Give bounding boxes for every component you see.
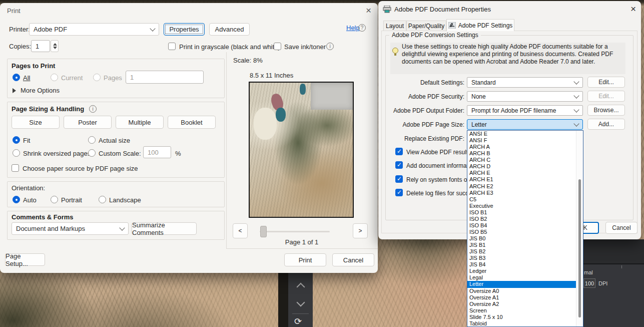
page-size-option[interactable]: ARCH E3 (467, 190, 583, 196)
chevron-down-icon[interactable] (297, 298, 305, 307)
cancel-button[interactable]: Cancel (332, 253, 374, 266)
page-size-option[interactable]: C5 (467, 196, 583, 203)
page-size-option[interactable]: ARCH D (467, 163, 583, 170)
grayscale-checkbox[interactable] (168, 43, 176, 50)
pages-range-input[interactable]: 1 (126, 71, 204, 84)
page-size-option[interactable]: ANSI E (467, 131, 583, 137)
page-size-option[interactable]: ARCH E1 (467, 176, 583, 183)
page-size-option[interactable]: ANSI F (467, 137, 583, 144)
page-size-option[interactable]: ARCH A (467, 144, 583, 150)
booklet-button[interactable]: Booklet (168, 116, 216, 129)
add-page-size-button[interactable]: Add... (587, 119, 625, 130)
edit-settings-button[interactable]: Edit... (587, 77, 625, 88)
radio-fit[interactable] (13, 136, 20, 144)
radio-all[interactable] (13, 74, 20, 81)
page-size-option[interactable]: Letter (467, 281, 577, 287)
page-size-option[interactable]: ARCH E (467, 170, 583, 176)
next-page-button[interactable]: > (353, 223, 368, 238)
chevron-up-icon[interactable] (297, 283, 305, 291)
view-results-checkbox[interactable] (395, 148, 403, 155)
refresh-icon[interactable]: ⟳ (294, 316, 302, 327)
copies-stepper[interactable] (51, 40, 59, 52)
radio-actual-size[interactable] (88, 136, 96, 144)
poster-button[interactable]: Poster (64, 116, 112, 129)
page-size-option[interactable]: Oversize A1 (467, 294, 583, 301)
page-size-list[interactable]: ANSI EANSI FARCH AARCH BARCH CARCH DARCH… (467, 130, 583, 327)
tab-adobe-pdf-settings[interactable]: Adobe PDF Settings (446, 19, 514, 31)
page-size-option[interactable]: ISO B5 (467, 229, 583, 235)
page-setup-button[interactable]: Page Setup... (5, 253, 45, 266)
properties-button[interactable]: Properties (164, 23, 205, 36)
add-doc-info-checkbox[interactable] (395, 161, 403, 169)
page-size-option[interactable]: Tabloid (467, 320, 583, 327)
prev-page-button[interactable]: < (233, 223, 248, 238)
page-size-option[interactable]: ARCH E2 (467, 183, 583, 190)
scrollbar-thumb[interactable] (578, 179, 581, 317)
close-icon[interactable]: × (366, 6, 371, 15)
save-ink-checkbox[interactable] (274, 43, 281, 50)
page-size-option[interactable]: ARCH B (467, 150, 583, 157)
radio-pages[interactable] (93, 74, 101, 81)
page-size-option[interactable]: Screen (467, 307, 583, 314)
help-icon[interactable]: ? (358, 24, 366, 32)
pdf-security-value: None (471, 93, 486, 100)
paper-source-checkbox[interactable] (12, 164, 19, 172)
browse-button[interactable]: Browse... (587, 105, 625, 116)
size-button[interactable]: Size (12, 116, 60, 129)
pdf-cancel-button[interactable]: Cancel (605, 222, 637, 234)
system-fonts-checkbox[interactable] (395, 175, 403, 183)
radio-custom-scale[interactable] (88, 149, 96, 157)
page-size-option[interactable]: JIS B3 (467, 255, 583, 261)
decrement-icon[interactable] (53, 47, 57, 49)
radio-auto[interactable] (13, 196, 20, 203)
default-settings-select[interactable]: Standard (467, 77, 583, 88)
close-icon[interactable]: × (630, 4, 636, 14)
radio-landscape[interactable] (99, 196, 106, 203)
increment-icon[interactable] (53, 43, 57, 46)
pages-range-value: 1 (130, 74, 134, 81)
tab-paper-quality[interactable]: Paper/Quality (406, 21, 446, 31)
page-size-option[interactable]: Oversize A2 (467, 301, 583, 307)
page-size-option[interactable]: JIS B0 (467, 235, 583, 242)
multiple-button[interactable]: Multiple (116, 116, 164, 129)
preview-zoom-slider[interactable] (260, 231, 330, 232)
copies-input[interactable]: 1 (31, 40, 50, 52)
advanced-button[interactable]: Advanced (209, 23, 250, 36)
custom-scale-input[interactable]: 100 (143, 146, 171, 158)
list-scrollbar[interactable] (576, 131, 583, 326)
printer-select[interactable]: Adobe PDF (29, 23, 159, 36)
comments-select[interactable]: Document and Markups (12, 222, 129, 235)
radio-shrink[interactable] (13, 149, 20, 157)
page-size-label: Adobe PDF Page Size: (378, 121, 464, 128)
output-folder-select[interactable]: Prompt for Adobe PDF filename (467, 105, 583, 116)
page-size-select[interactable]: Letter (467, 119, 583, 130)
page-size-value: Letter (471, 121, 487, 128)
help-link[interactable]: Help (346, 24, 360, 32)
page-size-option[interactable]: ARCH C (467, 157, 583, 163)
page-size-option[interactable]: JIS B1 (467, 242, 583, 248)
radio-current[interactable] (51, 74, 58, 81)
page-size-option[interactable]: JIS B4 (467, 261, 583, 268)
print-button[interactable]: Print (284, 253, 326, 266)
dpi-input[interactable]: 100 (583, 278, 595, 288)
summarize-comments-button[interactable]: Summarize Comments (132, 222, 197, 235)
tab-layout[interactable]: Layout (383, 21, 406, 31)
info-icon[interactable]: i (89, 105, 97, 113)
page-size-option[interactable]: ISO B4 (467, 222, 583, 229)
info-icon[interactable]: i (326, 43, 334, 50)
expand-icon[interactable] (13, 88, 16, 93)
page-size-option[interactable]: Slide 7.5 x 10 (467, 314, 583, 320)
page-size-option[interactable]: Oversize A0 (467, 288, 583, 294)
scale-label: Scale: (233, 57, 251, 64)
page-size-option[interactable]: Executive (467, 203, 583, 209)
page-size-option[interactable]: ISO B2 (467, 216, 583, 222)
page-size-option[interactable]: ISO B1 (467, 209, 583, 216)
slider-thumb[interactable] (260, 226, 267, 237)
radio-portrait[interactable] (51, 196, 58, 203)
pdf-security-select[interactable]: None (467, 91, 583, 102)
page-size-option[interactable]: Ledger (467, 268, 583, 274)
page-size-option[interactable]: JIS B2 (467, 248, 583, 255)
more-options-label[interactable]: More Options (21, 87, 60, 94)
page-size-option[interactable]: Legal (467, 274, 583, 281)
delete-logs-checkbox[interactable] (395, 189, 403, 196)
